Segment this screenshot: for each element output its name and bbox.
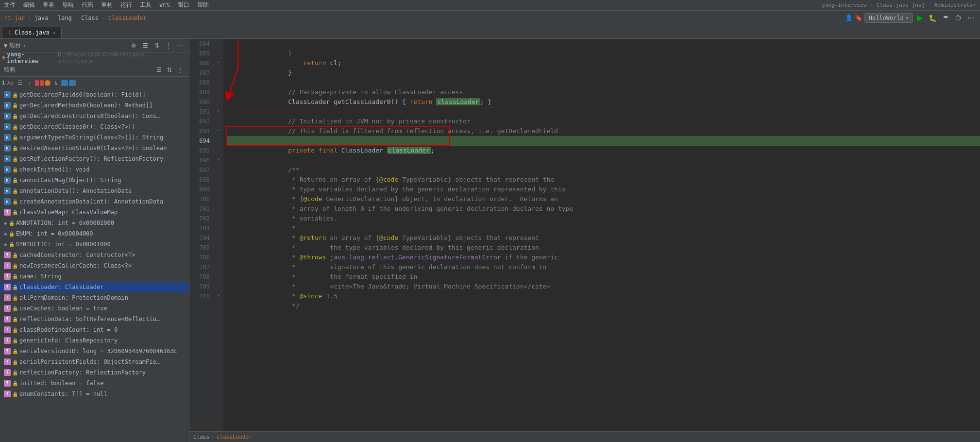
method-icon: m bbox=[4, 113, 11, 119]
coverage-button[interactable]: ☂ bbox=[941, 13, 951, 23]
line-709: 709 bbox=[189, 282, 214, 291]
fold-marker-696[interactable]: ⌃ bbox=[217, 158, 220, 163]
item-text: checkInitted(): void bbox=[19, 166, 90, 173]
run-controls: 👤 🔖 HelloWorld ▾ ▶ 🐛 ☂ ⏱ ⋯ bbox=[845, 12, 976, 23]
line-710: 710 bbox=[189, 291, 214, 301]
tree-item-serialPersistentFields[interactable]: f 🔒 serialPersistentFields: ObjectStream… bbox=[0, 357, 189, 367]
code-lines[interactable]: } return cl; } // Pack bbox=[223, 39, 980, 431]
tab-close-button[interactable]: ✕ bbox=[52, 30, 55, 35]
run-button[interactable]: ▶ bbox=[915, 12, 925, 23]
breadcrumb-class[interactable]: Class bbox=[81, 15, 99, 21]
tree-item-enum-const[interactable]: ◆ 🔒 ENUM: int = 0x00004000 bbox=[0, 228, 189, 239]
code-container[interactable]: 684 685 686 687 688 689 690 691 692 693 … bbox=[189, 39, 980, 431]
group-button[interactable]: ☰ bbox=[16, 79, 24, 87]
menu-item-file[interactable]: 文件 bbox=[4, 1, 16, 9]
fold-marker-691[interactable]: ⌃ bbox=[217, 109, 220, 115]
menu-item-nav[interactable]: 导航 bbox=[62, 1, 74, 9]
profile-button[interactable]: ⏱ bbox=[953, 13, 963, 23]
lock-icon: 🔒 bbox=[12, 274, 18, 279]
tree-item-getDeclaredConstructors[interactable]: m 🔒 getDeclaredConstructors0(boolean): C… bbox=[0, 111, 189, 121]
menu-item-window[interactable]: 窗口 bbox=[178, 1, 189, 9]
project-header-chevron[interactable]: ▾ bbox=[23, 43, 26, 48]
tree-item-allPermDomain[interactable]: f 🔒 allPermDomain: ProtectionDomain bbox=[0, 292, 189, 303]
breadcrumb-classloader[interactable]: classLoader bbox=[108, 15, 146, 21]
tree-item-genericInfo[interactable]: f 🔒 genericInfo: ClassRepository bbox=[0, 335, 189, 346]
tree-item-enumConstants[interactable]: f 🔒 enumConstants: T[] = null bbox=[0, 389, 189, 399]
gutter-704 bbox=[214, 233, 223, 243]
align-left-icon[interactable]: ☰ bbox=[140, 41, 150, 51]
structure-more-icon[interactable]: ⋮ bbox=[175, 65, 185, 75]
tree-item-synthetic-const[interactable]: ◆ 🔒 SYNTHETIC: int = 0x00001000 bbox=[0, 239, 189, 250]
breadcrumb-rtjar[interactable]: rt.jar bbox=[4, 15, 25, 21]
structure-align-icon[interactable]: ☰ bbox=[154, 65, 164, 75]
tree-item-newInstanceCallerCache[interactable]: f 🔒 newInstanceCallerCache: Class<?> bbox=[0, 260, 189, 271]
align-right-icon[interactable]: ⇅ bbox=[152, 41, 162, 51]
menu-item-tools[interactable]: 工具 bbox=[140, 1, 152, 9]
lock-icon: 🔒 bbox=[12, 167, 18, 172]
fold-marker-686[interactable]: ⌃ bbox=[217, 61, 220, 66]
tree-item-classLoader[interactable]: f 🔒 classLoader: ClassLoader bbox=[0, 282, 189, 292]
tree-item-initted[interactable]: f 🔒 initted: boolean = false bbox=[0, 378, 189, 389]
line-684: 684 bbox=[189, 39, 214, 49]
structure-sort-icon[interactable]: ⇅ bbox=[165, 65, 174, 75]
tree-item-getDeclaredMethods[interactable]: m 🔒 getDeclaredMethods0(boolean): Method… bbox=[0, 100, 189, 111]
tree-item-getDeclaredFields[interactable]: m 🔒 getDeclaredFields0(boolean): Field[] bbox=[0, 89, 189, 100]
code-line-691: // Initialized in JVM not by private con… bbox=[227, 107, 980, 117]
code-line-706: * signature of this generic declaration … bbox=[227, 253, 980, 262]
menu-item-view[interactable]: 查看 bbox=[43, 1, 54, 9]
tree-item-name[interactable]: f 🔒 name: String bbox=[0, 271, 189, 282]
az-sort-button[interactable]: Az bbox=[6, 79, 15, 87]
menu-item-edit[interactable]: 编辑 bbox=[23, 1, 35, 9]
field-icon: f bbox=[4, 380, 11, 387]
tree-item-classRedefinedCount[interactable]: f 🔒 classRedefinedCount: int = 0 bbox=[0, 324, 189, 335]
fold-marker-710[interactable]: ⌃ bbox=[217, 294, 220, 299]
sync-icon[interactable]: ⚙ bbox=[129, 41, 138, 51]
tree-item-classValueMap[interactable]: f 🔒 classValueMap: ClassValueMap bbox=[0, 207, 189, 218]
tree-item-reflectionFactory[interactable]: f 🔒 reflectionFactory: ReflectionFactory bbox=[0, 367, 189, 378]
menu-item-code[interactable]: 代码 bbox=[82, 1, 93, 9]
method-icon: m bbox=[4, 187, 11, 194]
breadcrumb-java[interactable]: java bbox=[34, 15, 49, 21]
lock-icon: 🔒 bbox=[12, 306, 18, 311]
more-button[interactable]: ⋯ bbox=[965, 13, 976, 23]
menu-item-refactor[interactable]: 重构 bbox=[101, 1, 113, 9]
inherit-button[interactable]: ↑ bbox=[25, 79, 34, 87]
breadcrumb-lang[interactable]: lang bbox=[58, 15, 72, 21]
line-687: 687 bbox=[189, 68, 214, 78]
lock-icon: 🔒 bbox=[12, 135, 18, 140]
tree-item-annotationData[interactable]: m 🔒 annotationData(): AnnotationData bbox=[0, 186, 189, 196]
tree-item-checkInitted[interactable]: m 🔒 checkInitted(): void bbox=[0, 164, 189, 175]
line-699: 699 bbox=[189, 185, 214, 194]
item-text: initted: boolean = false bbox=[19, 380, 103, 387]
menu-item-help[interactable]: 帮助 bbox=[197, 1, 209, 9]
fold-marker-693[interactable]: ⌃ bbox=[217, 129, 220, 134]
tab-classjava[interactable]: C Class.java ✕ bbox=[2, 27, 62, 38]
breadcrumb-class-item[interactable]: Class bbox=[193, 434, 209, 440]
menu-item-vcs[interactable]: VCS bbox=[159, 2, 170, 9]
menu-item-run[interactable]: 运行 bbox=[120, 1, 132, 9]
tree-item-cachedConstructor[interactable]: f 🔒 cachedConstructor: Constructor<T> bbox=[0, 250, 189, 260]
gear-icon[interactable]: — bbox=[175, 41, 185, 51]
project-tree-yang-interview[interactable]: ▼ yang-interview D:\Projects\0-GitWorks\… bbox=[0, 52, 189, 63]
tree-item-reflectionData[interactable]: f 🔒 reflectionData: SoftReference<Reflec… bbox=[0, 314, 189, 324]
tree-item-argumentTypes[interactable]: m 🔒 argumentTypesToString(Class<?>[]): S… bbox=[0, 132, 189, 143]
tree-item-getDeclaredClasses[interactable]: m 🔒 getDeclaredClasses0(): Class<?>[] bbox=[0, 121, 189, 132]
lambda-button[interactable]: λ bbox=[51, 79, 60, 87]
line-703: 703 bbox=[189, 223, 214, 233]
line-694: 694 bbox=[189, 136, 214, 146]
tree-item-getReflectionFactory[interactable]: m 🔒 getReflectionFactory(): ReflectionFa… bbox=[0, 153, 189, 164]
more-options-icon[interactable]: ⋮ bbox=[164, 41, 173, 51]
tree-item-useCaches[interactable]: f 🔒 useCaches: boolean = true bbox=[0, 303, 189, 314]
lock-icon: 🔒 bbox=[9, 221, 15, 226]
debug-button[interactable]: 🐛 bbox=[927, 13, 939, 23]
run-config-selector[interactable]: HelloWorld ▾ bbox=[864, 13, 913, 23]
tree-item-cannotCastMsg[interactable]: m 🔒 cannotCastMsg(Object): String bbox=[0, 175, 189, 186]
tree-item-serialVersionUID[interactable]: f 🔒 serialVersionUID: long = 32060934597… bbox=[0, 346, 189, 357]
tree-item-createAnnotationData[interactable]: m 🔒 createAnnotationData(int): Annotatio… bbox=[0, 196, 189, 207]
project-collapse-icon[interactable]: ▼ bbox=[4, 42, 7, 49]
gutter-698 bbox=[214, 175, 223, 185]
breadcrumb-classLoader-item[interactable]: classLoader bbox=[217, 434, 252, 440]
tree-item-desiredAssertion[interactable]: m 🔒 desiredAssertionStatus0(Class<?>): b… bbox=[0, 143, 189, 153]
field-icon: f bbox=[4, 273, 11, 280]
tree-item-annotation-const[interactable]: ◆ 🔒 ANNOTATION: int = 0x00002000 bbox=[0, 218, 189, 228]
